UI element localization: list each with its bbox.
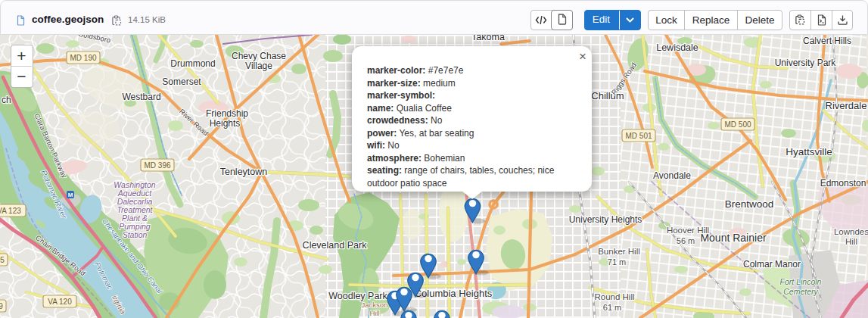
svg-text:MD 190: MD 190 — [70, 54, 96, 62]
svg-text:56 m: 56 m — [677, 236, 695, 245]
svg-text:VA 120: VA 120 — [48, 298, 72, 306]
svg-text:Avondale: Avondale — [653, 170, 691, 181]
svg-text:University Heights: University Heights — [569, 214, 642, 225]
svg-text:Mount Rainier: Mount Rainier — [700, 232, 766, 244]
svg-text:Friendship: Friendship — [206, 108, 248, 119]
svg-text:Hill: Hill — [845, 237, 857, 246]
svg-text:VA 339: VA 339 — [0, 302, 3, 310]
svg-text:Jackson: Jackson — [362, 301, 388, 309]
svg-text:Fort Lincoln: Fort Lincoln — [780, 277, 822, 286]
svg-text:MD 396: MD 396 — [144, 161, 170, 170]
svg-text:Colmar Manor: Colmar Manor — [743, 259, 801, 270]
svg-text:M: M — [68, 192, 73, 198]
svg-text:Lewisdale: Lewisdale — [656, 42, 698, 53]
svg-text:Drummond: Drummond — [170, 58, 215, 69]
svg-text:Tenleytown: Tenleytown — [220, 167, 268, 177]
svg-text:Edmonston: Edmonston — [820, 178, 866, 189]
svg-text:VA 123: VA 123 — [0, 207, 21, 215]
svg-text:Brentwood: Brentwood — [725, 198, 774, 210]
svg-text:Hyattsville: Hyattsville — [786, 146, 832, 157]
svg-text:Station: Station — [123, 230, 148, 239]
svg-text:Cleveland Park: Cleveland Park — [303, 240, 368, 251]
svg-text:University Park: University Park — [775, 58, 837, 68]
svg-text:61 m: 61 m — [603, 303, 621, 312]
svg-text:Riverdale: Riverdale — [826, 100, 867, 111]
svg-text:Takoma: Takoma — [471, 35, 505, 42]
svg-text:Lowndes: Lowndes — [834, 227, 868, 236]
svg-text:Hill: Hill — [369, 309, 379, 317]
svg-text:Chevy Chase: Chevy Chase — [232, 51, 286, 61]
svg-text:Round Hill: Round Hill — [594, 292, 634, 301]
svg-text:MD 501: MD 501 — [625, 132, 652, 140]
svg-text:Somerset: Somerset — [162, 76, 201, 87]
svg-text:Hoover Hill: Hoover Hill — [667, 226, 709, 235]
svg-text:VA 605: VA 605 — [0, 256, 5, 264]
svg-text:Heights: Heights — [210, 118, 241, 129]
svg-text:MD 500: MD 500 — [724, 120, 751, 129]
svg-text:Westbard: Westbard — [122, 92, 160, 102]
svg-text:Cemetery: Cemetery — [783, 287, 818, 296]
svg-text:Village: Village — [245, 61, 272, 71]
svg-text:Woodley Park: Woodley Park — [328, 291, 387, 301]
svg-text:ch: ch — [2, 95, 11, 105]
svg-text:Calvert Hills: Calvert Hills — [803, 36, 851, 46]
svg-text:Columbia Heights: Columbia Heights — [415, 288, 493, 299]
svg-text:Bunker Hill: Bunker Hill — [598, 247, 640, 256]
svg-text:71 m: 71 m — [608, 257, 626, 267]
